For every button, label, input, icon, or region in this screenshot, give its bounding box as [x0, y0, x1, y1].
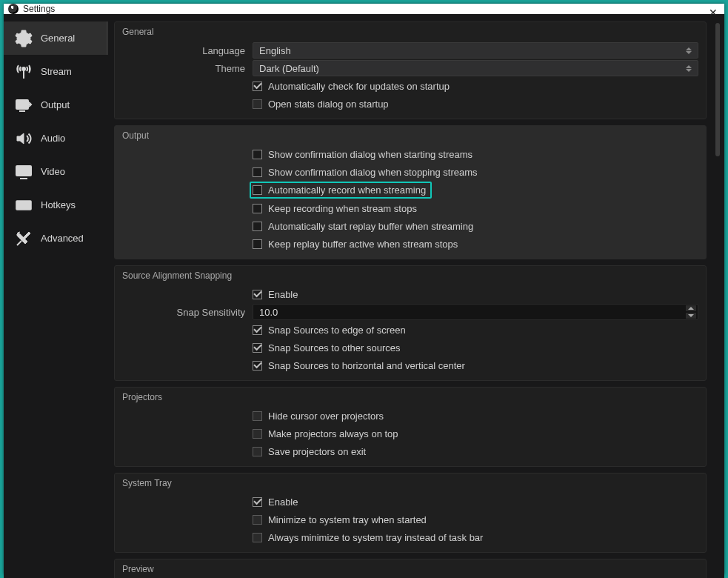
checkbox-label: Snap Sources to edge of screen [268, 325, 406, 336]
group-title: Source Alignment Snapping [122, 269, 698, 285]
group-title: System Tray [122, 476, 698, 493]
checkbox-tray-minimize-start[interactable]: Minimize to system tray when started [253, 514, 427, 525]
checkbox-keep-recording[interactable]: Keep recording when stream stops [253, 203, 417, 214]
checkbox-label: Keep replay buffer active when stream st… [268, 239, 458, 250]
checkbox-label: Enable [268, 496, 298, 508]
checkbox-snap-enable[interactable]: Enable [253, 289, 298, 300]
checkbox-always-top[interactable]: Make projectors always on top [253, 428, 398, 439]
checkbox-label: Hide cursor over projectors [268, 411, 384, 422]
group-projectors: Projectors Hide cursor over projectors M… [114, 387, 707, 467]
titlebar: Settings ✕ [4, 4, 724, 14]
sidebar-item-general[interactable]: General [4, 21, 108, 55]
checkbox-icon [253, 515, 262, 525]
sidebar-item-label: General [41, 33, 75, 44]
checkbox-icon [253, 150, 262, 159]
sidebar-item-audio[interactable]: Audio [4, 122, 108, 155]
checkbox-label: Automatically start replay buffer when s… [268, 221, 473, 232]
sidebar-item-stream[interactable]: Stream [4, 55, 108, 88]
checkbox-label: Always minimize to system tray instead o… [268, 532, 483, 543]
checkbox-keep-replay[interactable]: Keep replay buffer active when stream st… [253, 239, 458, 250]
snap-sensitivity-label: Snap Sensitivity [122, 307, 253, 318]
checkbox-save-exit[interactable]: Save projectors on exit [253, 446, 366, 457]
checkbox-icon [253, 411, 262, 421]
checkbox-label: Open stats dialog on startup [268, 99, 389, 110]
checkbox-icon [253, 167, 262, 177]
sidebar-item-hotkeys[interactable]: Hotkeys [4, 188, 108, 222]
checkbox-confirm-start[interactable]: Show confirmation dialog when starting s… [253, 149, 472, 160]
theme-select[interactable]: Dark (Default) [253, 60, 698, 76]
checkbox-icon [253, 222, 262, 231]
gear-icon [14, 29, 33, 48]
language-select[interactable]: English [253, 42, 698, 59]
checkbox-label: Minimize to system tray when started [268, 514, 427, 525]
sidebar-item-video[interactable]: Video [4, 155, 108, 188]
svg-point-0 [22, 67, 25, 70]
checkbox-icon [253, 447, 262, 456]
checkbox-icon [253, 343, 262, 353]
checkbox-open-stats[interactable]: Open stats dialog on startup [253, 99, 389, 110]
spinner-icon [686, 305, 696, 319]
group-system-tray: System Tray Enable Minimize to system tr… [114, 473, 707, 553]
scrollbar-thumb[interactable] [715, 23, 720, 156]
sidebar-item-label: Stream [41, 66, 72, 77]
sidebar-item-label: Hotkeys [41, 199, 76, 210]
checkbox-icon [253, 204, 262, 213]
sidebar-item-label: Advanced [41, 233, 84, 244]
svg-rect-2 [16, 166, 31, 176]
checkbox-label: Snap Sources to other sources [268, 342, 401, 353]
app-icon [8, 4, 19, 14]
monitor-icon [14, 162, 33, 182]
checkbox-icon [253, 82, 262, 91]
checkbox-snap-others[interactable]: Snap Sources to other sources [253, 342, 401, 353]
tools-icon [14, 229, 33, 248]
scrollbar[interactable] [714, 21, 721, 578]
checkbox-snap-center[interactable]: Snap Sources to horizontal and vertical … [253, 360, 465, 371]
checkbox-label: Enable [268, 289, 298, 300]
group-title: General [122, 25, 698, 41]
checkbox-confirm-stop[interactable]: Show confirmation dialog when stopping s… [253, 167, 478, 178]
snap-sensitivity-input[interactable]: 10.0 [253, 304, 698, 320]
checkbox-icon [253, 361, 262, 371]
checkbox-label: Snap Sources to horizontal and vertical … [268, 360, 465, 371]
sidebar: General Stream Output [4, 14, 108, 578]
sidebar-item-label: Output [41, 99, 70, 110]
sidebar-item-label: Video [41, 166, 65, 177]
checkbox-icon [253, 185, 262, 195]
spin-value: 10.0 [259, 307, 278, 318]
checkbox-tray-enable[interactable]: Enable [253, 496, 298, 508]
checkbox-label: Save projectors on exit [268, 446, 366, 457]
select-value: English [259, 45, 291, 56]
checkbox-tray-always-minimize[interactable]: Always minimize to system tray instead o… [253, 532, 483, 543]
checkbox-label: Show confirmation dialog when stopping s… [268, 167, 478, 178]
group-title: Preview [122, 562, 698, 578]
chevron-updown-icon [686, 62, 695, 75]
checkbox-icon [253, 239, 262, 249]
client-area: General Stream Output [4, 14, 724, 578]
content: General Language English Theme [114, 21, 714, 578]
checkbox-label: Automatically record when streaming [268, 185, 426, 196]
checkbox-label: Make projectors always on top [268, 428, 398, 439]
group-preview: Preview Hide overflow Overflow always vi… [114, 559, 707, 578]
checkbox-icon [253, 533, 262, 542]
checkbox-auto-replay[interactable]: Automatically start replay buffer when s… [253, 221, 473, 232]
checkbox-icon [253, 497, 262, 507]
sidebar-item-output[interactable]: Output [4, 88, 108, 122]
speaker-icon [14, 129, 33, 148]
checkbox-snap-edge[interactable]: Snap Sources to edge of screen [253, 325, 406, 336]
checkbox-hide-cursor[interactable]: Hide cursor over projectors [253, 411, 384, 422]
group-general: General Language English Theme [114, 21, 707, 119]
checkbox-icon [253, 429, 262, 439]
select-value: Dark (Default) [259, 63, 319, 74]
checkbox-auto-update[interactable]: Automatically check for updates on start… [253, 81, 450, 92]
group-title: Output [122, 129, 698, 145]
group-title: Projectors [122, 391, 698, 407]
sidebar-item-advanced[interactable]: Advanced [4, 222, 108, 255]
chevron-updown-icon [686, 44, 695, 57]
group-snapping: Source Alignment Snapping Enable Snap Se… [114, 265, 707, 381]
checkbox-auto-record[interactable]: Automatically record when streaming [250, 182, 432, 199]
settings-window: Settings ✕ General Stream [4, 4, 724, 574]
antenna-icon [14, 62, 33, 82]
keyboard-icon [14, 196, 33, 215]
checkbox-label: Automatically check for updates on start… [268, 81, 450, 92]
checkbox-icon [253, 325, 262, 335]
